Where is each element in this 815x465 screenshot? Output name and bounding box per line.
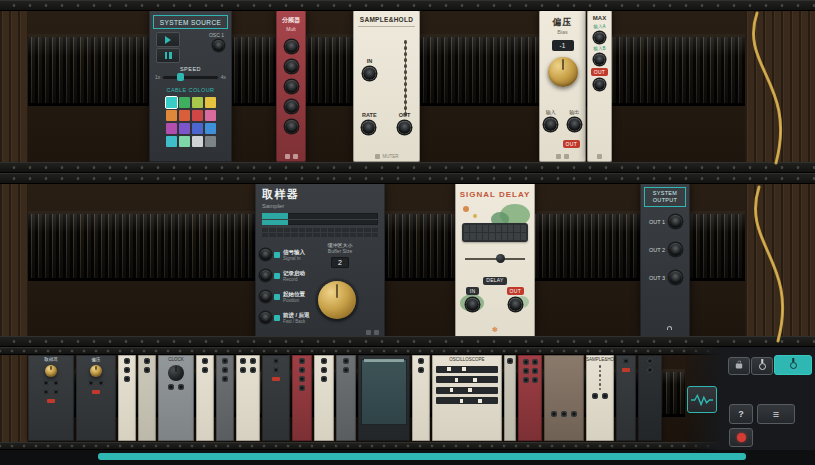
rack-scrollbar-track[interactable] [0,450,815,465]
mini-module[interactable] [314,355,334,441]
mini-module[interactable] [118,355,136,441]
mini-module[interactable] [412,355,430,441]
bias-knob[interactable] [548,57,578,87]
module-sampler[interactable]: 取样器 Sampler 信号输入Signal In记录启动Record起始位置P… [255,182,385,338]
module-max[interactable]: MAX 输入A 输入B OUT [587,10,612,162]
cable-colour-swatch[interactable] [179,123,190,134]
mini-module-title: 取样器 [28,355,74,362]
decor [532,377,538,383]
module-signal-delay[interactable]: SIGNAL DELAY DELAY IN OUT ✽ [455,182,535,338]
mini-module[interactable] [236,355,260,441]
module-sample-hold[interactable]: SAMPLE&HOLD IN RATE OUT MUTER [353,10,420,162]
cable-colour-swatch[interactable] [205,97,216,108]
unplug-button[interactable] [751,357,773,375]
sampler-knob[interactable] [318,281,356,319]
mini-module-clock[interactable]: CLOCK [158,355,194,441]
mini-module-screen[interactable] [358,355,410,441]
mult-jack[interactable] [285,60,298,73]
mini-module[interactable] [216,355,234,441]
mult-jack[interactable] [285,100,298,113]
input-b-jack[interactable] [594,54,605,65]
module-bias[interactable]: 偏压 Bias -1 输入 输出 OUT [539,10,586,162]
step-grid [262,228,378,237]
cable-colour-swatch[interactable] [179,110,190,121]
module-system-output[interactable]: SYSTEM OUTPUT OUT 1OUT 2OUT 3 [640,182,690,338]
cable-colour-swatch[interactable] [192,136,203,147]
cable-colour-swatch[interactable] [205,136,216,147]
input-b-label: 输入B [593,46,605,51]
mini-module[interactable] [336,355,356,441]
modular-rack-stage: SYSTEM SOURCE OSC 1 SPEED 1x 4x CABLE CO… [0,0,815,465]
out-jack[interactable] [594,79,605,90]
module-title-en: Sampler [262,203,378,209]
input-jack[interactable] [260,249,271,260]
help-button[interactable]: ? [729,404,753,424]
delay-slider[interactable] [465,254,525,263]
speed-slider-handle[interactable] [177,73,184,81]
slider-handle[interactable] [496,254,505,263]
cable-colour-swatch[interactable] [179,136,190,147]
in-jack[interactable] [363,67,376,80]
cable-mode-button[interactable] [774,355,812,375]
output-jack[interactable] [568,118,581,131]
input-jack[interactable] [544,118,557,131]
mini-module[interactable] [196,355,214,441]
output-jack[interactable] [669,215,682,228]
mini-module[interactable] [262,355,290,441]
mini-module[interactable] [138,355,156,441]
row-icon [274,315,280,321]
row-label-en: Record [283,277,305,282]
osc1-output-jack[interactable] [213,40,224,51]
cable-colour-swatch[interactable] [192,97,203,108]
mini-module[interactable] [616,355,636,441]
record-button[interactable] [729,428,753,447]
mult-jack[interactable] [285,120,298,133]
cable-colour-swatch[interactable] [179,97,190,108]
ui-controls: ? ≡ [685,347,815,450]
mini-module[interactable] [638,355,662,441]
step-cell [299,233,305,237]
in-jack[interactable] [466,298,479,311]
cable-colour-swatch[interactable] [192,110,203,121]
rack-scrollbar-thumb[interactable] [98,453,746,460]
cable-colour-swatch[interactable] [205,123,216,134]
decor [240,367,246,373]
cable-colour-swatch[interactable] [166,97,177,108]
input-jack[interactable] [260,270,271,281]
cable-colour-swatch[interactable] [192,123,203,134]
input-a-jack[interactable] [594,32,605,43]
mini-module[interactable] [518,355,542,441]
mini-module-sampler[interactable]: 取样器 [28,355,74,441]
mini-module-bias[interactable]: 偏压 [76,355,116,441]
scope-view-button[interactable] [687,386,717,413]
mini-module[interactable] [544,355,584,441]
output-jack[interactable] [669,271,682,284]
output-jack[interactable] [669,243,682,256]
cable-colour-swatch[interactable] [205,110,216,121]
pause-button[interactable] [156,48,180,63]
cable-colour-swatch[interactable] [166,136,177,147]
input-jack[interactable] [260,291,271,302]
speed-slider-track[interactable] [163,76,217,79]
mult-jack[interactable] [285,80,298,93]
module-mult[interactable]: 分频器 Mult [276,10,306,162]
rack-rail [0,336,815,347]
play-button[interactable] [156,32,180,47]
cable-colour-swatch[interactable] [166,110,177,121]
mini-module-sample-hold[interactable]: SAMPLE&HOLD [586,355,614,441]
mini-module-mult[interactable] [292,355,312,441]
bias-value-display[interactable]: -1 [552,40,574,51]
buffer-size-display[interactable]: 2 [331,257,349,268]
rate-jack[interactable] [362,121,375,134]
step-cell [342,228,348,232]
mult-jack[interactable] [285,40,298,53]
mini-module-oscilloscope[interactable]: OSCILLOSCOPE [432,355,502,441]
module-system-source[interactable]: SYSTEM SOURCE OSC 1 SPEED 1x 4x CABLE CO… [149,10,232,162]
input-jack[interactable] [260,312,271,323]
mini-module[interactable] [504,355,516,441]
out-jack[interactable] [398,121,411,134]
lock-button[interactable] [728,357,750,375]
out-jack[interactable] [509,298,522,311]
menu-button[interactable]: ≡ [757,404,795,424]
cable-colour-swatch[interactable] [166,123,177,134]
